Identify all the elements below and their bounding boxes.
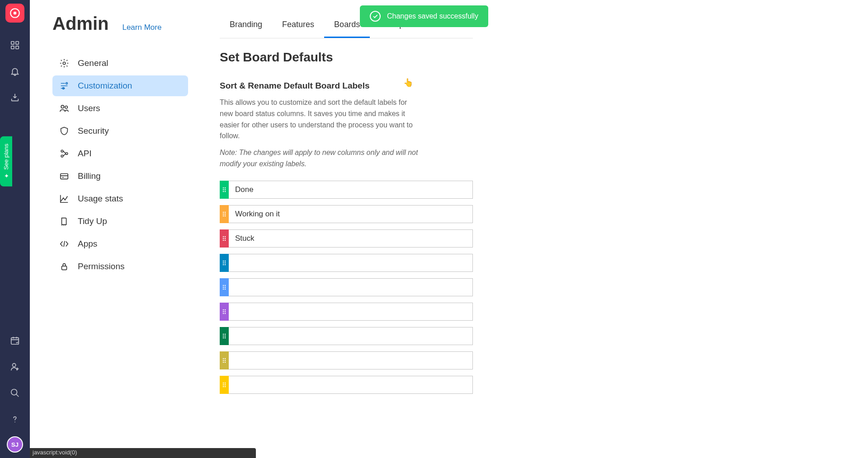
search-icon[interactable] bbox=[6, 384, 24, 402]
user-avatar[interactable]: SJ bbox=[7, 436, 23, 453]
svg-point-49 bbox=[223, 309, 224, 310]
users-icon bbox=[59, 103, 70, 114]
label-row bbox=[220, 278, 473, 296]
svg-point-13 bbox=[65, 106, 68, 109]
svg-point-34 bbox=[225, 238, 226, 239]
label-input[interactable] bbox=[229, 181, 473, 199]
inbox-icon[interactable] bbox=[6, 89, 24, 107]
toast-message: Changes saved successfully bbox=[387, 12, 478, 20]
svg-point-70 bbox=[225, 384, 226, 385]
drag-handle-icon[interactable] bbox=[220, 303, 229, 321]
section-note: Note: The changes will apply to new colu… bbox=[220, 147, 419, 170]
nav-item-label: Apps bbox=[78, 239, 97, 249]
nav-item-label: Permissions bbox=[78, 262, 124, 271]
drag-handle-icon[interactable] bbox=[220, 181, 229, 199]
label-input[interactable] bbox=[229, 376, 473, 394]
label-input[interactable] bbox=[229, 205, 473, 223]
svg-rect-17 bbox=[61, 174, 68, 179]
nav-item-security[interactable]: Security bbox=[52, 121, 188, 141]
svg-point-37 bbox=[223, 261, 224, 262]
drag-handle-icon[interactable] bbox=[220, 278, 229, 296]
permissions-icon bbox=[59, 261, 70, 272]
svg-point-48 bbox=[225, 289, 226, 290]
success-toast: Changes saved successfully bbox=[360, 5, 488, 27]
svg-point-50 bbox=[225, 309, 226, 310]
svg-point-29 bbox=[223, 215, 224, 216]
customization-icon bbox=[59, 80, 70, 91]
label-row bbox=[220, 303, 473, 321]
nav-item-customization[interactable]: Customization bbox=[52, 75, 188, 96]
nav-item-permissions[interactable]: Permissions bbox=[52, 256, 188, 277]
label-row bbox=[220, 229, 473, 248]
drag-handle-icon[interactable] bbox=[220, 205, 229, 223]
tab-branding[interactable]: Branding bbox=[220, 14, 272, 38]
browser-statusbar: javascript:void(0) bbox=[30, 448, 256, 458]
nav-item-label: Billing bbox=[78, 171, 101, 181]
svg-point-55 bbox=[223, 334, 224, 335]
svg-point-62 bbox=[225, 358, 226, 359]
svg-point-65 bbox=[223, 362, 224, 363]
nav-item-usage-stats[interactable]: Usage stats bbox=[52, 188, 188, 209]
label-input[interactable] bbox=[229, 229, 473, 248]
svg-point-68 bbox=[225, 383, 226, 383]
label-row bbox=[220, 181, 473, 199]
nav-item-apps[interactable]: Apps bbox=[52, 234, 188, 254]
help-icon[interactable] bbox=[6, 410, 24, 428]
label-row bbox=[220, 351, 473, 369]
drag-handle-icon[interactable] bbox=[220, 229, 229, 248]
learn-more-link[interactable]: Learn More bbox=[122, 23, 161, 32]
svg-point-71 bbox=[223, 386, 224, 387]
notifications-icon[interactable] bbox=[6, 62, 24, 80]
svg-point-66 bbox=[225, 362, 226, 363]
nav-item-billing[interactable]: Billing bbox=[52, 166, 188, 187]
app-logo[interactable] bbox=[5, 4, 24, 23]
label-input[interactable] bbox=[229, 303, 473, 321]
tab-features[interactable]: Features bbox=[272, 14, 324, 38]
svg-point-61 bbox=[223, 358, 224, 359]
svg-point-24 bbox=[225, 191, 226, 192]
nav-item-general[interactable]: General bbox=[52, 53, 188, 74]
svg-point-32 bbox=[225, 236, 226, 237]
svg-point-16 bbox=[66, 153, 68, 155]
check-icon bbox=[370, 11, 381, 22]
nav-item-label: General bbox=[78, 58, 108, 68]
svg-point-31 bbox=[223, 236, 224, 237]
svg-point-58 bbox=[225, 336, 226, 336]
svg-point-54 bbox=[225, 313, 226, 314]
svg-point-56 bbox=[225, 334, 226, 335]
svg-point-42 bbox=[225, 264, 226, 265]
invite-icon[interactable] bbox=[6, 358, 24, 376]
svg-point-44 bbox=[225, 285, 226, 286]
nav-item-tidy-up[interactable]: Tidy Up bbox=[52, 211, 188, 232]
drag-handle-icon[interactable] bbox=[220, 376, 229, 394]
see-plans-button[interactable]: See plans bbox=[0, 136, 12, 187]
panel-title: Set Board Defaults bbox=[220, 50, 473, 65]
drag-handle-icon[interactable] bbox=[220, 327, 229, 345]
svg-point-19 bbox=[223, 187, 224, 188]
svg-rect-18 bbox=[62, 266, 67, 270]
workspaces-icon[interactable] bbox=[6, 36, 24, 54]
label-input[interactable] bbox=[229, 351, 473, 369]
drag-handle-icon[interactable] bbox=[220, 351, 229, 369]
svg-point-51 bbox=[223, 311, 224, 312]
svg-point-69 bbox=[223, 384, 224, 385]
svg-point-7 bbox=[13, 364, 16, 367]
svg-point-20 bbox=[225, 187, 226, 188]
drag-handle-icon[interactable] bbox=[220, 254, 229, 272]
nav-item-users[interactable]: Users bbox=[52, 98, 188, 119]
svg-point-52 bbox=[225, 311, 226, 312]
general-icon bbox=[59, 58, 70, 69]
label-input[interactable] bbox=[229, 278, 473, 296]
label-row bbox=[220, 327, 473, 345]
svg-point-28 bbox=[225, 214, 226, 215]
settings-panel: BrandingFeaturesBoardsUser profile Set B… bbox=[220, 14, 473, 394]
label-input[interactable] bbox=[229, 327, 473, 345]
svg-point-36 bbox=[225, 240, 226, 241]
nav-item-api[interactable]: API bbox=[52, 143, 188, 164]
label-row bbox=[220, 376, 473, 394]
svg-point-25 bbox=[223, 212, 224, 213]
svg-point-72 bbox=[225, 386, 226, 387]
calendar-icon[interactable] bbox=[6, 332, 24, 350]
label-input[interactable] bbox=[229, 254, 473, 272]
billing-icon bbox=[59, 171, 70, 182]
